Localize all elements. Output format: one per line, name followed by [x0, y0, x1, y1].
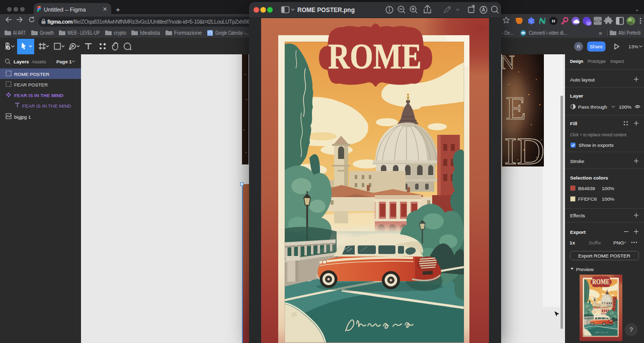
svg-text:Fill: Fill	[570, 121, 577, 126]
svg-text:Selection colors: Selection colors	[570, 175, 608, 181]
svg-text:FEAR POSTER: FEAR POSTER	[14, 82, 48, 88]
svg-text:100%: 100%	[602, 186, 614, 191]
svg-text:</>: </>	[594, 19, 602, 24]
svg-text:Click + to replace mixed conte: Click + to replace mixed content.	[570, 132, 627, 137]
svg-text:Assets: Assets	[32, 59, 46, 64]
svg-text:AI ART: AI ART	[13, 30, 26, 36]
svg-text:bigjpg 1: bigjpg 1	[14, 114, 31, 120]
svg-text:13%: 13%	[628, 44, 638, 49]
svg-text:Prototype: Prototype	[588, 58, 606, 64]
svg-text:1x: 1x	[570, 240, 575, 245]
svg-text:B64839: B64839	[578, 186, 595, 191]
svg-text:Pass through: Pass through	[578, 104, 607, 110]
svg-text:Export: Export	[570, 229, 586, 235]
svg-text:FEAR IS IN THE MIND: FEAR IS IN THE MIND	[14, 93, 63, 98]
svg-text:N: N	[500, 54, 515, 73]
svg-text:crypto: crypto	[114, 30, 126, 36]
svg-text:E: E	[506, 90, 526, 126]
svg-text:WEB - LEVEL-UP: WEB - LEVEL-UP	[67, 30, 100, 36]
svg-text:FEAR IS IN THE MIND: FEAR IS IN THE MIND	[22, 103, 71, 109]
svg-text:H: H	[552, 19, 555, 24]
svg-text:Effects: Effects	[570, 213, 585, 218]
svg-text:- De...: - De...	[502, 30, 514, 36]
svg-text:Google Calendar –...: Google Calendar –...	[215, 30, 249, 36]
svg-text:Layer: Layer	[570, 93, 583, 99]
svg-text:Formazione: Formazione	[174, 30, 202, 36]
svg-text:Share: Share	[590, 44, 603, 49]
svg-text:ROME POSTER.png: ROME POSTER.png	[297, 7, 355, 14]
svg-text:Export ROME POSTER: Export ROME POSTER	[578, 253, 630, 259]
svg-text:Design: Design	[570, 58, 583, 64]
svg-text:100%: 100%	[619, 104, 631, 110]
svg-text:?: ?	[629, 326, 633, 333]
svg-text:Growth: Growth	[40, 30, 54, 36]
svg-text:Altri Preferiti: Altri Preferiti	[618, 30, 640, 36]
svg-text:Idealista: Idealista	[140, 30, 160, 36]
svg-text:Page 1: Page 1	[56, 59, 72, 64]
svg-text:100%: 100%	[602, 196, 614, 202]
svg-text:R: R	[577, 44, 581, 49]
svg-text:18: 18	[587, 22, 591, 25]
svg-text:ID: ID	[504, 130, 544, 172]
svg-text:»: »	[599, 30, 602, 37]
svg-text:Preview: Preview	[576, 267, 594, 272]
svg-text:ROME: ROME	[328, 36, 422, 76]
svg-text:PNG: PNG	[613, 240, 624, 245]
svg-text:Stroke: Stroke	[570, 158, 585, 164]
svg-text:Show in exports: Show in exports	[579, 142, 614, 148]
svg-text:Converti i video di...: Converti i video di...	[529, 30, 567, 36]
svg-text:FFEFC8: FFEFC8	[578, 196, 597, 202]
svg-text:Layers: Layers	[14, 59, 29, 64]
svg-text:Inspect: Inspect	[610, 58, 624, 64]
svg-text:Suffix: Suffix	[589, 240, 601, 245]
svg-text:Auto layout: Auto layout	[570, 77, 595, 82]
svg-text:ROME POSTER: ROME POSTER	[14, 71, 49, 77]
